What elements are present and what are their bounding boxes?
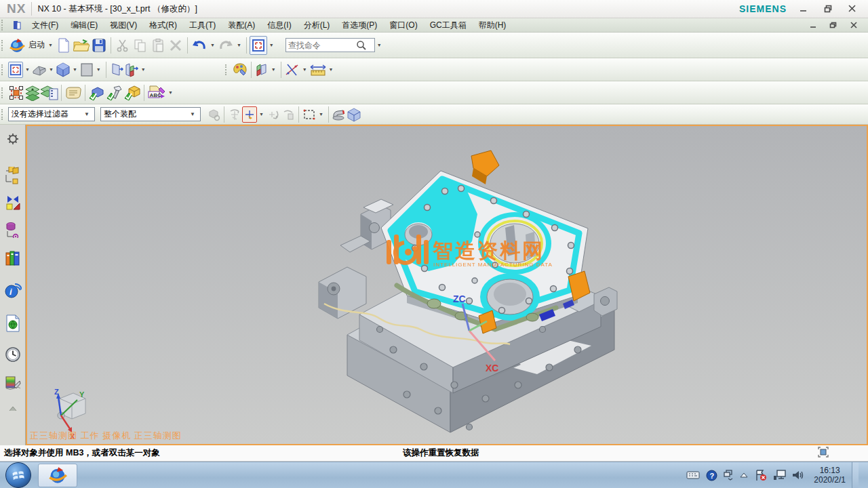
selection-scope-dropdown[interactable]: 整个装配▼ (100, 107, 201, 121)
web-page-icon[interactable] (4, 314, 22, 332)
menu-preferences[interactable]: 首选项(P) (336, 18, 383, 33)
materials-palette-icon[interactable] (4, 374, 22, 392)
main-area: i (0, 125, 868, 445)
snap-arc-center-icon (266, 106, 281, 123)
sidebar-scroll-up-icon[interactable] (4, 400, 22, 418)
keyboard-tray-icon[interactable] (686, 470, 700, 480)
child-restore-button[interactable] (826, 19, 841, 31)
menu-analysis[interactable]: 分析(L) (298, 18, 336, 33)
toolbar-grip[interactable] (1, 109, 5, 120)
toolbar-grip[interactable] (225, 64, 229, 75)
help-tray-icon[interactable]: ? (706, 470, 717, 481)
standard-toolbar: 启动 ▼ ▼ ▼ ▼ (0, 33, 868, 58)
siemens-logo: SIEMENS (739, 3, 787, 14)
open-file-button[interactable] (73, 36, 90, 55)
volume-tray-icon[interactable] (792, 470, 804, 481)
layer-settings-button[interactable] (24, 85, 41, 101)
cue-line: 选择对象并使用 MB3，或者双击某一对象 (0, 447, 160, 459)
system-tray: ? 16:13 2020/2/1 (686, 462, 868, 488)
constraint-tools-button[interactable] (106, 85, 123, 101)
graphics-window[interactable]: ZC XC 智造资料网 INTELLIGENT MANUFACTURING DA… (26, 125, 868, 445)
save-button[interactable] (90, 36, 108, 55)
axis-xc-label: XC (486, 363, 498, 373)
3d-model[interactable]: ZC XC 智造资料网 INTELLIGENT MANUFACTURING DA… (27, 126, 867, 444)
menu-tools[interactable]: 工具(T) (183, 18, 222, 33)
reuse-library-icon[interactable] (4, 249, 22, 267)
command-search-input[interactable] (288, 41, 356, 50)
measure-angle-button[interactable] (284, 62, 300, 78)
child-minimize-button[interactable] (806, 19, 821, 31)
selection-filter-dropdown[interactable]: 没有选择过滤器▼ (8, 107, 95, 121)
menu-bar: 文件(F) 编辑(E) 视图(V) 格式(R) 工具(T) 装配(A) 信息(I… (0, 18, 868, 33)
menu-assemblies[interactable]: 装配(A) (222, 18, 261, 33)
nx-taskbar-button[interactable] (38, 464, 77, 487)
taskbar-clock[interactable]: 16:13 2020/2/1 (810, 466, 846, 485)
menu-window[interactable]: 窗口(O) (383, 18, 423, 33)
toolbar-grip[interactable] (1, 87, 5, 98)
windows-taskbar: ? 16:13 2020/2/1 (0, 462, 868, 488)
show-hidden-icons-button[interactable] (739, 472, 749, 479)
new-file-button[interactable] (55, 36, 73, 55)
shaded-view-button[interactable] (56, 62, 71, 78)
restore-button[interactable] (821, 3, 835, 15)
assembly-constraints-button[interactable] (88, 85, 106, 101)
clip-section-button[interactable] (109, 62, 124, 78)
analysis-palette-button[interactable] (232, 62, 248, 78)
constraint-navigator-icon[interactable] (4, 194, 22, 211)
history-icon[interactable] (4, 346, 22, 363)
cut-button (114, 36, 132, 55)
part-icon (12, 20, 22, 30)
measure-distance-button[interactable] (309, 62, 327, 78)
menu-information[interactable]: 信息(I) (261, 18, 297, 33)
move-component-button[interactable] (8, 85, 24, 101)
part-navigator-icon[interactable] (4, 221, 22, 239)
toolbar-grip[interactable] (1, 20, 5, 30)
network-tray-icon[interactable] (773, 470, 786, 481)
svg-text:ABC: ABC (150, 92, 162, 98)
snap-point-icon (227, 106, 242, 123)
window-scale-icon[interactable] (818, 447, 868, 460)
menu-help[interactable]: 帮助(H) (473, 18, 513, 33)
minimize-button[interactable] (796, 3, 811, 15)
annotation-note-button[interactable] (64, 85, 82, 101)
triad-z-label: Z (54, 388, 59, 396)
start-menu-label[interactable]: 启动 (26, 39, 46, 51)
menu-file[interactable]: 文件(F) (26, 18, 64, 33)
show-hide-component-button[interactable] (347, 106, 361, 123)
menu-gc-toolbox[interactable]: GC工具箱 (424, 18, 473, 33)
start-menu-button[interactable] (8, 36, 26, 55)
child-close-button[interactable] (846, 19, 861, 31)
assembly-navigator-icon[interactable] (4, 167, 22, 184)
menu-view[interactable]: 视图(V) (104, 18, 143, 33)
undo-button[interactable] (191, 36, 208, 55)
view-toolbar: ▼ ▼ ▼ ▼ ▼ ▼ ▼ ▼ (0, 58, 868, 81)
show-desktop-button[interactable] (852, 462, 859, 488)
show-degrees-of-freedom-button[interactable] (123, 85, 141, 101)
window-tray-icon[interactable] (724, 470, 733, 481)
snap-enabled-button[interactable] (242, 106, 257, 123)
dynamic-section-button[interactable] (254, 62, 269, 78)
roles-icon[interactable] (4, 130, 22, 148)
action-center-icon[interactable] (755, 470, 767, 481)
internet-info-icon[interactable]: i (4, 282, 22, 300)
close-button[interactable] (845, 3, 860, 15)
clock-time: 16:13 (814, 466, 846, 475)
menu-edit[interactable]: 编辑(E) (64, 18, 104, 33)
attribute-text-button[interactable]: ABC (147, 85, 166, 101)
toolbar-grip[interactable] (1, 40, 5, 51)
magnet-tool-button[interactable] (332, 106, 347, 123)
triad-y-label: Y (79, 390, 85, 399)
start-button[interactable] (5, 462, 31, 488)
layer-visible-in-view-button[interactable] (41, 85, 58, 101)
command-finder[interactable] (285, 38, 375, 52)
resource-bar: i (0, 125, 26, 445)
menu-format[interactable]: 格式(R) (143, 18, 183, 33)
view-style-button[interactable] (79, 62, 94, 78)
touch-mode-button[interactable] (250, 36, 267, 55)
fit-view-button[interactable] (8, 62, 23, 78)
orient-view-button[interactable] (32, 62, 47, 78)
rectangle-select-button[interactable] (302, 106, 317, 123)
search-icon[interactable] (356, 40, 367, 51)
edit-section-button[interactable] (124, 62, 139, 78)
toolbar-grip[interactable] (1, 64, 5, 75)
